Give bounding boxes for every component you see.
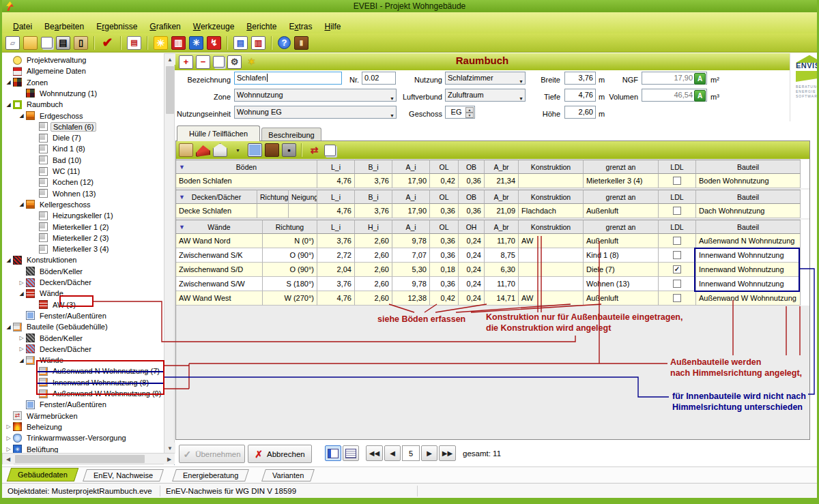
sidebar-item-w-nde[interactable]: ◢Wände [2,288,66,299]
luftverbund-select[interactable]: Zuluftraum▼ [445,89,526,102]
cell-value[interactable]: 2,04 [317,263,355,277]
tools-icon[interactable]: ⚙ [227,55,242,69]
cell-value[interactable]: 2,60 [355,263,392,277]
paste-icon[interactable]: ▯ [74,36,88,50]
cell-value[interactable]: 0,42 [430,291,459,306]
cell-grenzt-an[interactable]: Außenluft [584,234,659,248]
copy-record-icon[interactable] [213,56,225,68]
abbrechen-button[interactable]: ✗Abbrechen [248,445,312,463]
cell-bauteil[interactable]: Außenwand N Wohnnutzung [696,234,801,248]
cell-value[interactable]: 9,78 [392,277,430,291]
cell-ldl[interactable] [659,291,696,306]
sidebar-item-bauteile-geb-udeh-lle-[interactable]: ◢Bauteile (Gebäudehülle) [2,321,110,332]
sidebar-item-decken-d-cher[interactable]: ▷Decken/Dächer [2,277,94,288]
validate-check-icon[interactable]: ✔ [100,36,115,50]
column-header-bauteil[interactable]: Bauteil [696,190,801,204]
checkbox-icon[interactable] [673,237,681,245]
menu-hilfe[interactable]: Hilfe [318,20,347,33]
save-icon[interactable]: ▪ [282,143,296,157]
cell-name[interactable]: Boden Schlafen [176,174,317,188]
cell-value[interactable]: 8,75 [485,248,519,263]
checkbox-icon[interactable] [673,280,681,288]
cell-value[interactable]: 12,38 [392,291,430,306]
next-record-button[interactable]: ▶ [421,445,437,461]
cell-richtung[interactable]: N (0°) [263,234,317,248]
menu-berichte[interactable]: Berichte [240,20,283,33]
sidebar-item-erdgeschoss[interactable]: ◢Erdgeschoss [2,110,85,121]
cell-value[interactable]: 17,90 [392,174,430,188]
cell-bauteil[interactable]: Innenwand Wohnnutzung [696,248,801,263]
cell-value[interactable]: 3,76 [355,204,392,218]
heating-icon[interactable]: ▥ [171,36,186,50]
column-header-a_i[interactable]: A_i [392,190,430,204]
cell-value[interactable]: 5,30 [392,263,430,277]
cell-grenzt-an[interactable]: Diele (7) [584,263,659,277]
column-header-a_br[interactable]: A_br [485,160,519,174]
cell-konstruktion[interactable] [519,277,584,291]
electricity-icon[interactable]: ↯ [207,36,221,50]
cell-value[interactable]: 4,76 [317,174,355,188]
column-header-konstruktion[interactable]: Konstruktion [519,190,584,204]
expander-closed-icon[interactable]: ▷ [4,424,13,430]
cell-neigung[interactable] [289,204,317,218]
sidebar-item-trinkwarmwasser-versorgung[interactable]: ▷Trinkwarmwasser-Versorgung [2,432,128,443]
last-record-button[interactable]: ▶▶ [439,445,456,461]
cell-name[interactable]: Zwischenwand S/W [176,277,263,291]
cell-name[interactable]: AW Wand West [176,291,263,306]
column-header-l_i[interactable]: L_i [317,220,355,234]
sidebar-item-projektverwaltung[interactable]: Projektverwaltung [2,55,88,65]
column-header-bauteil[interactable]: Bauteil [696,220,801,234]
column-header-ob[interactable]: OB [459,190,485,204]
cell-value[interactable]: 0,42 [430,174,459,188]
sidebar-item-raumbuch[interactable]: ◢Raumbuch [2,99,65,110]
spin-down-icon[interactable]: ▼ [465,113,474,118]
cell-name[interactable]: Zwischenwand S/D [176,263,263,277]
expander-closed-icon[interactable]: ▷ [17,280,26,286]
cell-value[interactable]: 0,24 [459,291,485,306]
cell-value[interactable]: 3,76 [317,277,355,291]
sidebar-item-allgemeine-daten[interactable]: Allgemeine Daten [2,65,88,76]
cell-value[interactable]: 4,76 [317,204,355,218]
cell-richtung[interactable]: O (90°) [263,248,317,263]
cell-bauteil[interactable]: Dach Wohnnutzung [696,204,801,218]
sidebar-item-w-nde[interactable]: ◢Wände [2,355,66,366]
sidebar-item-au-enwand-n-wohnnutzung-7-[interactable]: Außenwand N Wohnnutzung (7) [2,366,162,376]
menu-bearbeiten[interactable]: Bearbeiten [38,20,90,33]
cell-bauteil[interactable]: Innenwand Wohnnutzung [696,263,801,277]
project-structure-icon[interactable]: ▤ [127,36,141,50]
report-icon[interactable]: ▤ [233,36,248,50]
checkbox-checked-icon[interactable]: ✓ [673,265,681,273]
column-header-grenzt-an[interactable]: grenzt an [584,160,659,174]
cell-name[interactable]: Zwischenwand S/K [176,248,263,263]
column-header-l_i[interactable]: L_i [317,160,355,174]
uebernehmen-button[interactable]: ✓Übernehmen [179,445,245,463]
cell-bauteil[interactable]: Innenwand Wohnnutzung [696,277,801,291]
cell-ldl[interactable] [659,277,696,291]
menu-extras[interactable]: Extras [283,20,318,33]
sidebar-item-wohnnutzung-1-[interactable]: Wohnnutzung (1) [2,88,99,99]
column-header-grenzt-an[interactable]: grenzt an [584,220,659,234]
dropdown-icon[interactable]: ▼ [231,143,245,157]
menu-werkzeuge[interactable]: Werkzeuge [187,20,241,33]
column-header-ldl[interactable]: LDL [659,220,696,234]
first-record-button[interactable]: ◀◀ [366,445,383,461]
sidebar-item-innenwand-wohnnutzung-8-[interactable]: Innenwand Wohnnutzung (8) [2,377,151,388]
report-pdf-icon[interactable]: ▥ [251,36,265,50]
expander-closed-icon[interactable]: ▷ [4,446,13,452]
sidebar-item-kochen-12-[interactable]: Kochen (12) [2,177,96,188]
expander-open-icon[interactable]: ◢ [4,324,13,330]
nutzungseinheit-select[interactable]: Wohnung EG▼ [234,106,397,119]
scroll-up-icon[interactable]: ▲ [164,54,175,65]
sidebar-item-kind-1-8-[interactable]: Kind 1 (8) [2,143,87,154]
cell-konstruktion[interactable]: AW [519,291,584,306]
checkbox-icon[interactable] [673,207,681,215]
scrollbar-thumb[interactable] [166,66,174,114]
spin-up-icon[interactable]: ▲ [465,107,474,113]
menu-grafiken[interactable]: Grafiken [143,20,186,33]
column-header-bauteil[interactable]: Bauteil [696,160,801,174]
expander-open-icon[interactable]: ◢ [17,357,26,364]
add-floor-icon[interactable] [179,143,193,157]
cell-value[interactable]: 7,07 [392,248,430,263]
bezeichnung-input[interactable]: Schlafen [234,72,342,85]
grid-view-button[interactable] [343,445,359,461]
